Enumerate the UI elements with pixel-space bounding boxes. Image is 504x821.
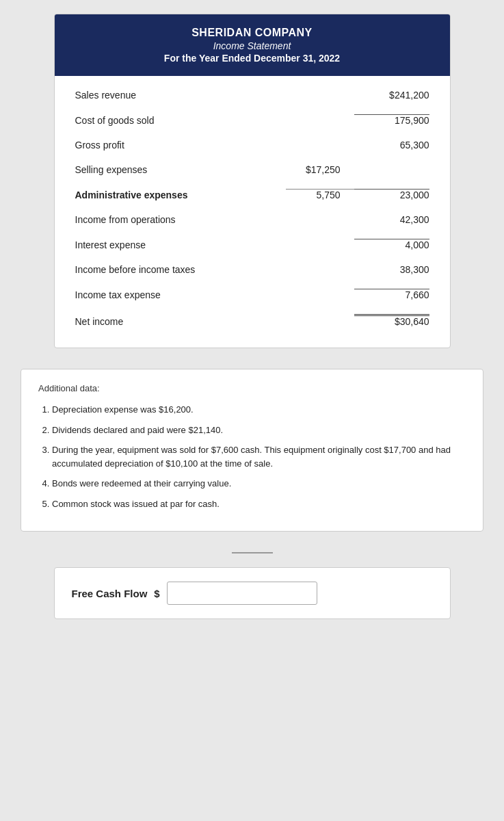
row-col2: 4,000 [354, 239, 429, 250]
row-col2: 7,660 [354, 289, 429, 300]
income-row: Selling expenses$17,250 [75, 157, 429, 182]
row-col2: 38,300 [354, 264, 429, 275]
additional-data-item: Dividends declared and paid were $21,140… [52, 423, 466, 437]
income-row: Net income$30,640 [75, 307, 429, 334]
row-col2: 42,300 [354, 214, 429, 225]
row-label: Interest expense [75, 239, 286, 250]
free-cash-flow-input[interactable] [167, 582, 317, 605]
row-col1: $17,250 [286, 164, 354, 175]
free-cash-flow-label: Free Cash Flow [72, 588, 148, 599]
row-col2: $241,200 [354, 90, 429, 101]
free-cash-flow-card: Free Cash Flow $ [54, 567, 451, 619]
income-row: Income before income taxes38,300 [75, 257, 429, 282]
row-col1: 5,750 [286, 189, 354, 200]
additional-data-title: Additional data: [38, 383, 466, 393]
row-label: Administrative expenses [75, 190, 286, 200]
additional-data-card: Additional data: Depreciation expense wa… [21, 369, 483, 532]
company-name: SHERIDAN COMPANY [68, 27, 436, 39]
income-row: Cost of goods sold175,900 [75, 107, 429, 133]
income-statement-card: SHERIDAN COMPANY Income Statement For th… [54, 14, 451, 348]
row-label: Cost of goods sold [75, 115, 286, 126]
free-cash-flow-currency: $ [154, 588, 159, 599]
row-label: Income before income taxes [75, 264, 286, 275]
income-row: Administrative expenses5,75023,000 [75, 182, 429, 207]
row-label: Income tax expense [75, 289, 286, 300]
divider [232, 552, 273, 553]
income-body: Sales revenue$241,200Cost of goods sold1… [55, 76, 450, 348]
statement-period: For the Year Ended December 31, 2022 [68, 53, 436, 64]
row-col2: 23,000 [354, 189, 429, 200]
row-label: Net income [75, 316, 286, 327]
row-col2: 175,900 [354, 114, 429, 126]
additional-data-item: During the year, equipment was sold for … [52, 443, 466, 470]
income-row: Gross profit65,300 [75, 133, 429, 157]
row-label: Sales revenue [75, 90, 286, 101]
income-row: Interest expense4,000 [75, 232, 429, 257]
additional-data-item: Common stock was issued at par for cash. [52, 497, 466, 511]
income-header: SHERIDAN COMPANY Income Statement For th… [55, 14, 450, 76]
row-label: Gross profit [75, 140, 286, 151]
income-row: Income tax expense7,660 [75, 282, 429, 307]
row-col2: 65,300 [354, 140, 429, 151]
statement-title: Income Statement [68, 40, 436, 51]
income-row: Sales revenue$241,200 [75, 83, 429, 107]
row-label: Income from operations [75, 214, 286, 225]
income-row: Income from operations42,300 [75, 207, 429, 232]
row-label: Selling expenses [75, 164, 286, 175]
row-col2: $30,640 [354, 314, 429, 327]
additional-data-item: Bonds were redeemed at their carrying va… [52, 477, 466, 491]
additional-data-list: Depreciation expense was $16,200.Dividen… [38, 403, 466, 510]
additional-data-item: Depreciation expense was $16,200. [52, 403, 466, 417]
